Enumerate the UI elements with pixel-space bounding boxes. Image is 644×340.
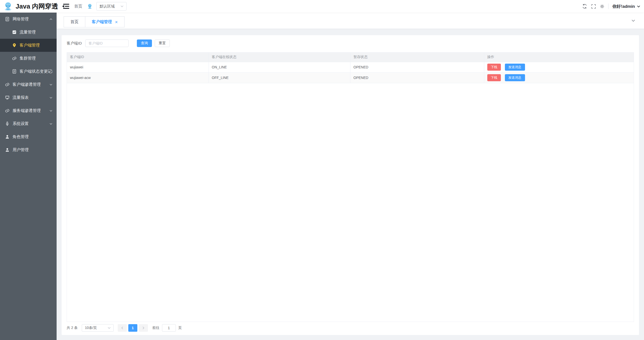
search-form: 客户端ID 查询 重置 <box>67 39 634 47</box>
page-unit-label: 页 <box>178 326 182 330</box>
table-row: wujiawei ON_LINE OPENED 下线 发送消息 <box>67 62 634 72</box>
query-button[interactable]: 查询 <box>137 39 152 47</box>
cell-stash-status: OPENED <box>350 62 484 72</box>
link-icon <box>5 108 10 113</box>
logo-area: Java 内网穿透 <box>0 1 58 11</box>
document-icon <box>12 69 17 74</box>
chevron-down-icon <box>49 83 53 86</box>
column-header-client-id: 客户端ID <box>67 53 209 62</box>
topbar-actions: 你好!admin <box>582 4 644 9</box>
column-header-actions: 操作 <box>484 53 634 62</box>
goto-label: 前往 <box>152 326 159 330</box>
offline-button[interactable]: 下线 <box>487 74 501 81</box>
chevron-down-icon <box>107 326 111 330</box>
send-message-button[interactable]: 发送消息 <box>505 74 525 81</box>
total-count: 共 2 条 <box>67 326 78 330</box>
app-logo-icon <box>3 1 13 11</box>
sidebar-item-label: 集群管理 <box>20 56 53 61</box>
sidebar-item-label: 用户管理 <box>13 147 53 153</box>
user-icon <box>5 135 10 139</box>
cell-stash-status: OPENED <box>350 72 484 83</box>
client-management-card: 客户端ID 查询 重置 客户端ID 客户端在线状态 暂存状态 <box>62 35 639 335</box>
chevron-down-icon <box>49 109 53 112</box>
app-title: Java 内网穿透 <box>16 2 58 11</box>
pagination: 共 2 条 10条/页 1 前往 页 <box>67 324 634 332</box>
tab-client-management[interactable]: 客户端管理 × <box>85 16 125 27</box>
cell-client-id: wujiawei-acw <box>67 72 209 83</box>
table-row: wujiawei-acw OFF_LINE OPENED 下线 发送消息 <box>67 72 634 83</box>
page-size-select[interactable]: 10条/页 <box>82 324 114 332</box>
chevron-down-icon <box>637 5 640 8</box>
cell-actions: 下线 发送消息 <box>484 72 634 83</box>
close-icon[interactable]: × <box>115 20 118 24</box>
tab-label: 客户端管理 <box>92 19 112 25</box>
main-area: 首页 客户端管理 × 客户端ID 查询 重置 <box>57 13 644 340</box>
cell-actions: 下线 发送消息 <box>484 62 634 72</box>
link-icon <box>5 82 10 87</box>
tab-actions-chevron-icon[interactable] <box>631 19 635 23</box>
page-content: 客户端ID 查询 重置 客户端ID 客户端在线状态 暂存状态 <box>57 29 644 340</box>
sidebar-item-traffic-management[interactable]: 流量管理 <box>0 26 57 39</box>
tags-view-bar: 首页 客户端管理 × <box>57 13 644 29</box>
region-logo-icon <box>87 3 93 9</box>
client-id-label: 客户端ID <box>67 41 82 46</box>
divider <box>608 4 609 9</box>
sidebar-item-label: 网络管理 <box>13 17 46 22</box>
top-navbar: Java 内网穿透 首页 默认区域 <box>0 0 644 13</box>
sidebar-item-system-settings[interactable]: 系统设置 <box>0 117 57 130</box>
document-icon <box>5 17 10 21</box>
sidebar-item-client-status-records[interactable]: 客户端状态变更记录 <box>0 65 57 78</box>
sidebar-item-client-penetration[interactable]: 客户端渗透管理 <box>0 78 57 91</box>
user-icon <box>5 148 10 152</box>
reset-button[interactable]: 重置 <box>155 39 170 47</box>
sidebar-item-label: 客户端渗透管理 <box>13 82 46 87</box>
fullscreen-icon[interactable] <box>591 4 596 9</box>
location-pin-icon <box>12 43 17 48</box>
microphone-icon <box>5 121 10 126</box>
region-select-value: 默认区域 <box>100 4 115 9</box>
chevron-down-icon <box>49 122 53 125</box>
refresh-icon[interactable] <box>582 4 587 9</box>
goto-page-input[interactable] <box>162 324 176 332</box>
sidebar-item-role-management[interactable]: 角色管理 <box>0 130 57 143</box>
column-header-online-status: 客户端在线状态 <box>209 53 350 62</box>
sidebar-item-cluster-management[interactable]: 集群管理 <box>0 52 57 65</box>
cell-online-status: OFF_LINE <box>209 72 350 83</box>
sidebar-item-network-management[interactable]: 网络管理 <box>0 13 57 26</box>
prev-page-button[interactable] <box>118 324 127 332</box>
sidebar-collapse-icon[interactable] <box>62 4 69 9</box>
user-greeting: 你好!admin <box>612 4 635 9</box>
sidebar-item-label: 客户端状态变更记录 <box>20 69 53 74</box>
breadcrumb[interactable]: 首页 <box>74 4 82 9</box>
region-select[interactable]: 默认区域 <box>96 2 127 11</box>
page-size-value: 10条/页 <box>85 326 97 330</box>
sidebar: 网络管理 流量管理 客户端管理 集群管理 <box>0 13 57 340</box>
chevron-up-icon <box>49 18 53 21</box>
board-icon <box>5 95 10 100</box>
sidebar-item-user-management[interactable]: 用户管理 <box>0 143 57 156</box>
sidebar-item-label: 客户端管理 <box>20 43 53 48</box>
page-number-button[interactable]: 1 <box>128 324 137 332</box>
sidebar-item-label: 流量管理 <box>20 30 53 35</box>
settings-gear-icon[interactable] <box>600 4 605 9</box>
sidebar-item-server-penetration[interactable]: 服务端渗透管理 <box>0 104 57 117</box>
user-dropdown[interactable]: 你好!admin <box>612 4 640 9</box>
clients-table: 客户端ID 客户端在线状态 暂存状态 操作 wujiawei ON_LINE O… <box>67 52 634 322</box>
table-header-row: 客户端ID 客户端在线状态 暂存状态 操作 <box>67 53 634 62</box>
cell-online-status: ON_LINE <box>209 62 350 72</box>
next-page-button[interactable] <box>139 324 148 332</box>
offline-button[interactable]: 下线 <box>487 64 501 71</box>
send-message-button[interactable]: 发送消息 <box>505 64 525 71</box>
column-header-stash-status: 暂存状态 <box>350 53 484 62</box>
client-id-input[interactable] <box>85 39 129 47</box>
sidebar-item-label: 流量报表 <box>13 95 46 100</box>
chevron-down-icon <box>120 5 124 8</box>
tab-home[interactable]: 首页 <box>64 16 85 27</box>
chevron-down-icon <box>49 96 53 99</box>
sidebar-item-traffic-report[interactable]: 流量报表 <box>0 91 57 104</box>
link-icon <box>12 56 17 61</box>
sidebar-item-client-management[interactable]: 客户端管理 <box>0 39 57 52</box>
sidebar-item-label: 系统设置 <box>13 121 46 126</box>
sidebar-item-label: 服务端渗透管理 <box>13 108 46 113</box>
cell-client-id: wujiawei <box>67 62 209 72</box>
